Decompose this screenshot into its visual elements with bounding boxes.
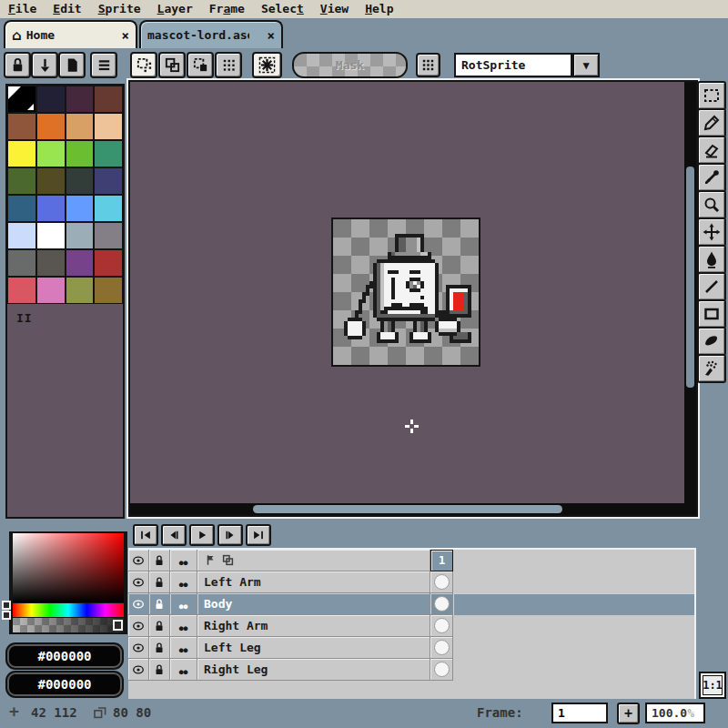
palette-swatch-1[interactable] (37, 86, 65, 112)
layer-row-body[interactable]: ●●Body (128, 593, 694, 615)
layer-left-arm-cel-1[interactable] (430, 571, 453, 593)
layer-left-arm-name[interactable]: Left Arm (197, 571, 430, 593)
palette-swatch-6[interactable] (66, 114, 94, 139)
frame-header-1[interactable]: 1 (430, 550, 453, 571)
grid-button[interactable] (416, 53, 440, 77)
palette-swatch-7[interactable] (95, 114, 122, 139)
menu-select[interactable]: Select (253, 0, 312, 18)
copy-icon[interactable] (221, 553, 235, 567)
select-subtract-button[interactable] (187, 52, 214, 78)
layer-right-arm-visibility-toggle[interactable] (128, 615, 149, 637)
palette-swatch-5[interactable] (37, 114, 65, 139)
palette-swatch-30[interactable] (66, 278, 94, 303)
palette-swatch-28[interactable] (8, 278, 35, 303)
palette-swatch-4[interactable] (8, 114, 35, 139)
frame-number-input[interactable] (551, 703, 608, 723)
tool-zoom[interactable] (697, 190, 726, 219)
menu-button[interactable] (90, 52, 117, 78)
tool-spray[interactable] (697, 354, 726, 383)
palette-swatch-22[interactable] (66, 223, 94, 248)
palette-swatch-16[interactable] (8, 196, 35, 221)
alpha-slider[interactable] (13, 618, 124, 632)
toggle-all-lock-button[interactable] (149, 550, 170, 571)
tool-eraser[interactable] (697, 136, 726, 165)
foreground-color-button[interactable]: #000000 (7, 644, 122, 668)
hue-slider-handle[interactable] (2, 601, 11, 610)
palette-swatch-13[interactable] (37, 168, 65, 194)
palette-swatch-21[interactable] (37, 223, 65, 248)
palette-swatch-10[interactable] (66, 141, 94, 167)
layer-row-right-arm[interactable]: ●●Right Arm (128, 615, 694, 637)
layer-right-leg-name[interactable]: Right Leg (197, 659, 430, 681)
playback-prev-button[interactable] (161, 524, 187, 546)
layer-row-right-leg[interactable]: ●●Right Leg (128, 659, 694, 681)
pattern-button[interactable] (252, 52, 282, 78)
palette-swatch-12[interactable] (8, 168, 35, 194)
tool-marquee[interactable] (697, 81, 726, 110)
layer-right-leg-visibility-toggle[interactable] (128, 659, 149, 681)
layer-row-left-leg[interactable]: ●●Left Leg (128, 637, 694, 659)
menu-help[interactable]: Help (357, 0, 401, 18)
tool-contour[interactable] (697, 327, 726, 356)
add-frame-button[interactable]: + (617, 703, 640, 724)
playback-play-button[interactable] (189, 524, 215, 546)
close-icon[interactable]: × (116, 28, 129, 43)
palette-swatch-2[interactable] (66, 86, 94, 112)
menu-edit[interactable]: Edit (45, 0, 89, 18)
layer-body-visibility-toggle[interactable] (128, 593, 149, 615)
mask-button[interactable]: Mask (292, 52, 408, 78)
tool-rectangle[interactable] (697, 299, 726, 329)
horizontal-scrollbar[interactable] (130, 503, 684, 515)
layer-left-leg-visibility-toggle[interactable] (128, 637, 149, 659)
vertical-scrollbar-thumb[interactable] (686, 167, 694, 388)
palette-swatch-29[interactable] (37, 278, 65, 303)
close-icon[interactable]: × (262, 28, 275, 43)
layer-right-arm-cel-1[interactable] (430, 615, 453, 637)
playback-last-button[interactable] (246, 524, 271, 546)
layer-right-arm-continuous-toggle[interactable]: ●● (170, 615, 197, 637)
layer-body-cel-1[interactable] (430, 593, 453, 615)
palette-swatch-19[interactable] (95, 196, 122, 221)
document-button[interactable] (58, 52, 86, 78)
flag-icon[interactable] (204, 553, 217, 567)
palette-swatch-27[interactable] (95, 250, 122, 276)
saturation-value-picker[interactable] (13, 533, 124, 602)
palette-swatch-3[interactable] (95, 86, 122, 112)
layer-right-arm-lock-toggle[interactable] (149, 615, 170, 637)
toggle-all-continuous-button[interactable]: ●● (170, 550, 197, 571)
palette-swatch-31[interactable] (95, 278, 122, 303)
layer-left-arm-visibility-toggle[interactable] (128, 571, 149, 593)
menu-file[interactable]: File (0, 0, 45, 18)
tool-pencil[interactable] (697, 108, 726, 137)
canvas-viewport[interactable] (128, 80, 698, 517)
zoom-level-input[interactable]: 100.0% (645, 703, 705, 723)
tool-line[interactable] (697, 272, 726, 301)
tool-bucket[interactable] (697, 245, 726, 274)
palette-swatch-26[interactable] (66, 250, 94, 276)
hue-slider[interactable] (13, 603, 124, 617)
horizontal-scrollbar-thumb[interactable] (253, 505, 562, 513)
layer-right-leg-cel-1[interactable] (430, 659, 453, 681)
layer-left-leg-continuous-toggle[interactable]: ●● (170, 637, 197, 659)
palette-swatch-17[interactable] (37, 196, 65, 221)
rotation-algorithm-dropdown[interactable]: RotSprite (454, 53, 572, 77)
toggle-all-visibility-button[interactable] (128, 550, 149, 571)
palette-swatch-15[interactable] (95, 168, 122, 194)
dropdown-arrow-button[interactable]: ▼ (572, 53, 600, 77)
hue-slider-handle-secondary[interactable] (2, 611, 11, 620)
arrow-down-button[interactable] (31, 52, 58, 78)
layer-body-lock-toggle[interactable] (149, 593, 170, 615)
tool-eyedropper[interactable] (697, 163, 726, 192)
menu-frame[interactable]: Frame (201, 0, 253, 18)
layer-left-arm-continuous-toggle[interactable]: ●● (170, 571, 197, 593)
palette-swatch-20[interactable] (8, 223, 35, 248)
layer-right-leg-lock-toggle[interactable] (149, 659, 170, 681)
palette-swatch-9[interactable] (37, 141, 65, 167)
layer-left-leg-lock-toggle[interactable] (149, 637, 170, 659)
playback-next-button[interactable] (217, 524, 243, 546)
sprite-canvas[interactable] (333, 219, 479, 365)
vertical-scrollbar[interactable] (684, 82, 696, 515)
layer-left-leg-name[interactable]: Left Leg (197, 637, 430, 659)
menu-sprite[interactable]: Sprite (90, 0, 149, 18)
lock-button[interactable] (4, 52, 31, 78)
